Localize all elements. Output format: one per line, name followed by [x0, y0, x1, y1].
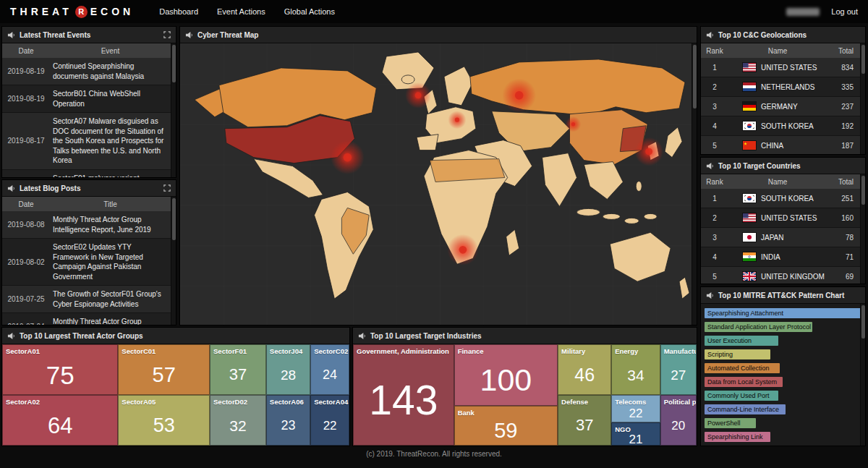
mitre-bar-data-from-local-system[interactable]: Data from Local System	[705, 377, 783, 387]
mitre-bar-standard-application-layer-protocol[interactable]: Standard Application Layer Protocol	[705, 322, 812, 332]
country-label: NETHERLANDS	[761, 83, 814, 91]
industry-cell[interactable]: Defense37	[558, 395, 611, 446]
country-name: JAPAN	[728, 233, 827, 242]
expand-icon[interactable]	[163, 184, 171, 192]
cell-value: 143	[354, 355, 454, 445]
threatrecon-logo[interactable]: THREAT R ECON	[10, 6, 134, 18]
threat-actor-cell[interactable]: SectorA0553	[118, 395, 210, 446]
announce-icon	[706, 162, 714, 170]
country-name: CHINA	[728, 141, 827, 150]
cc-geolocations-panel: Top 10 C&C Geolocations Rank Name Total …	[700, 26, 866, 155]
industry-cell[interactable]: Bank59	[454, 406, 558, 446]
rank-value: 3	[701, 103, 728, 111]
country-row[interactable]: 1SOUTH KOREA251	[701, 189, 860, 208]
blog-post-row[interactable]: 2019-08-02SectorE02 Updates YTY Framewor…	[2, 239, 171, 286]
country-row[interactable]: 4INDIA71	[701, 247, 860, 267]
announce-icon	[185, 31, 193, 39]
cell-label: SectorA01	[3, 345, 117, 355]
country-label: CHINA	[761, 142, 783, 150]
blog-post-row[interactable]: 2019-08-08Monthly Threat Actor Group Int…	[2, 211, 171, 239]
flag-kr-icon	[743, 122, 756, 130]
industry-cell[interactable]: Telecoms22	[611, 395, 660, 422]
total-value: 192	[827, 122, 860, 130]
country-row[interactable]: 4SOUTH KOREA192	[701, 116, 860, 136]
industry-cell[interactable]: Political pa20	[660, 395, 697, 446]
scrollbar[interactable]	[692, 43, 697, 325]
panel-title: Top 10 Largest Target Industries	[370, 332, 482, 340]
threat-actor-cell[interactable]: SectorD0232	[210, 395, 266, 446]
industry-cell[interactable]: Manufacturing27	[660, 344, 697, 395]
expand-icon[interactable]	[163, 31, 171, 38]
scrollbar[interactable]	[860, 43, 865, 154]
username-redacted[interactable]	[786, 8, 820, 16]
threat-hotspot-marker[interactable]	[331, 140, 365, 174]
country-row[interactable]: 3JAPAN78	[701, 228, 860, 247]
blog-post-row[interactable]: 2019-07-04Monthly Threat Actor Group Int…	[2, 313, 171, 325]
rank-value: 2	[701, 83, 728, 91]
industry-cell[interactable]: Energy34	[611, 344, 660, 395]
industry-cell[interactable]: Government, Administration143	[353, 344, 454, 446]
threat-hotspot-marker[interactable]	[448, 111, 466, 129]
threat-event-row[interactable]: 2019-08-16SectorF01 malware variant disg…	[2, 170, 171, 178]
cell-label: SectorC01	[119, 345, 209, 355]
threat-event-row[interactable]: 2019-08-19Continued Spearphishing docume…	[2, 58, 171, 85]
mitre-bar-commonly-used-port[interactable]: Commonly Used Port	[705, 391, 778, 401]
industry-cell[interactable]: Finance100	[454, 344, 558, 406]
threat-event-row[interactable]: 2019-08-19SectorB01 China WebShell Opera…	[2, 85, 171, 113]
nav-item-global-actions[interactable]: Global Actions	[275, 1, 344, 22]
scrollbar[interactable]	[171, 197, 176, 325]
nav-menu: DashboardEvent ActionsGlobal Actions	[150, 1, 344, 22]
scrollbar[interactable]	[171, 43, 176, 177]
scrollbar[interactable]	[860, 304, 865, 446]
threat-hotspot-marker[interactable]	[405, 82, 431, 109]
threat-actor-cell[interactable]: SectorA0264	[2, 395, 118, 446]
threat-hotspot-marker[interactable]	[566, 116, 582, 132]
nav-item-dashboard[interactable]: Dashboard	[150, 1, 208, 22]
industry-cell[interactable]: NGO21	[611, 422, 660, 446]
country-row[interactable]: 1UNITED STATES834	[701, 58, 860, 77]
country-row[interactable]: 3GERMANY237	[701, 97, 860, 116]
cell-label: SectorA05	[119, 396, 209, 406]
mitre-bar-automated-collection[interactable]: Automated Collection	[705, 363, 780, 373]
threat-actor-cell[interactable]: SectorA0175	[2, 344, 118, 395]
column-event: Event	[50, 47, 171, 55]
mitre-bar-user-execution[interactable]: User Execution	[705, 336, 778, 346]
nav-item-event-actions[interactable]: Event Actions	[208, 1, 275, 22]
mitre-bar-command-line-interface[interactable]: Command-Line Interface	[705, 404, 786, 414]
threat-actor-cell[interactable]: SectorJ0428	[266, 344, 310, 395]
country-label: GERMANY	[761, 103, 798, 111]
country-row[interactable]: 5CHINA187	[701, 136, 860, 154]
country-row[interactable]: 2UNITED STATES160	[701, 208, 860, 228]
cell-label: Bank	[455, 407, 557, 417]
logout-button[interactable]: Log out	[831, 7, 858, 16]
panel-title: Cyber Threat Map	[197, 31, 258, 39]
mitre-bar-powershell[interactable]: PowerShell	[705, 418, 756, 428]
threat-actor-cell[interactable]: SectorA0623	[266, 395, 310, 446]
threat-hotspot-marker[interactable]	[447, 234, 478, 265]
threat-hotspot-marker[interactable]	[634, 137, 663, 166]
column-date: Date	[2, 200, 50, 208]
threat-actor-cell[interactable]: SectorA0422	[310, 395, 349, 446]
threat-hotspot-marker[interactable]	[502, 78, 536, 112]
mitre-bar-spearphishing-attachment[interactable]: Spearphishing Attachment	[705, 308, 861, 318]
scrollbar[interactable]	[860, 174, 865, 284]
country-name: UNITED STATES	[728, 63, 827, 72]
threat-event-row[interactable]: 2019-08-17SectorA07 Malware disguised as…	[2, 113, 171, 170]
threat-actor-cell[interactable]: SectorC0157	[118, 344, 210, 395]
industry-cell[interactable]: Military46	[558, 344, 611, 395]
mitre-bar-chart: Spearphishing AttachmentStandard Applica…	[701, 304, 865, 445]
column-title: Title	[50, 200, 171, 208]
mitre-bar-scripting[interactable]: Scripting	[705, 349, 770, 359]
world-map[interactable]	[180, 43, 697, 325]
event-date: 2019-08-02	[2, 239, 50, 285]
country-row[interactable]: 2NETHERLANDS335	[701, 77, 860, 97]
blog-post-row[interactable]: 2019-07-25The Growth of SectorF01 Group'…	[2, 286, 171, 313]
country-row[interactable]: 5UNITED KINGDOM69	[701, 267, 860, 284]
country-name: GERMANY	[728, 102, 827, 111]
mitre-bar-spearphishing-link[interactable]: Spearphishing Link	[705, 432, 770, 442]
threat-actor-cell[interactable]: SectorC0224	[310, 344, 349, 395]
threat-actor-cell[interactable]: SectorF0137	[210, 344, 266, 395]
rank-value: 2	[701, 214, 728, 222]
cell-value: 37	[210, 355, 265, 394]
panel-header: Top 10 C&C Geolocations	[701, 27, 865, 43]
